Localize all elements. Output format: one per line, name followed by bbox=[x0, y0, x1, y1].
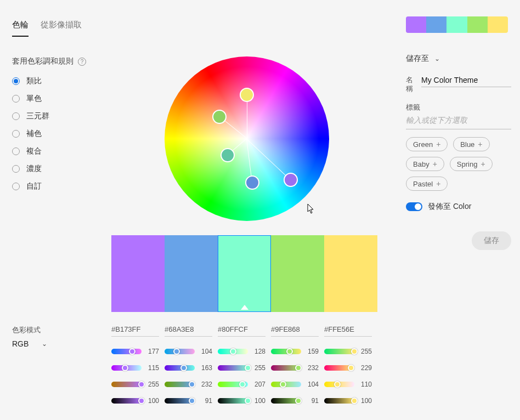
slider-thumb[interactable] bbox=[286, 348, 293, 355]
tag-chip[interactable]: Pastel+ bbox=[406, 177, 448, 191]
wheel-marker[interactable] bbox=[221, 148, 235, 162]
slider[interactable]: 232 bbox=[165, 381, 212, 388]
harmony-rule-option[interactable]: 三元群 bbox=[12, 111, 111, 121]
harmony-rule-option[interactable]: 濃度 bbox=[12, 164, 111, 174]
wheel-marker[interactable] bbox=[284, 173, 298, 187]
slider-value[interactable]: 128 bbox=[252, 348, 265, 355]
slider-thumb[interactable] bbox=[122, 365, 128, 371]
slider-thumb[interactable] bbox=[351, 398, 358, 404]
slider-value[interactable]: 104 bbox=[199, 348, 212, 355]
slider-thumb[interactable] bbox=[189, 381, 195, 388]
harmony-rule-option[interactable]: 自訂 bbox=[12, 181, 111, 191]
slider[interactable]: 100 bbox=[218, 397, 265, 405]
slider-value[interactable]: 110 bbox=[359, 381, 372, 388]
slider[interactable]: 177 bbox=[111, 348, 159, 355]
slider[interactable]: 115 bbox=[111, 364, 159, 372]
slider-value[interactable]: 115 bbox=[146, 364, 159, 372]
slider-thumb[interactable] bbox=[173, 348, 180, 355]
slider-value[interactable]: 255 bbox=[146, 381, 159, 388]
color-wheel[interactable] bbox=[165, 56, 329, 221]
slider-thumb[interactable] bbox=[189, 398, 195, 404]
slider-thumb[interactable] bbox=[230, 348, 236, 355]
slider-value[interactable]: 100 bbox=[146, 397, 159, 405]
wheel-marker[interactable] bbox=[245, 175, 259, 190]
harmony-rule-option[interactable]: 類比 bbox=[12, 76, 111, 86]
slider[interactable]: 128 bbox=[218, 348, 265, 355]
slider-value[interactable]: 91 bbox=[306, 397, 319, 405]
hex-input[interactable]: #68A3E8 bbox=[165, 325, 218, 333]
slider[interactable]: 255 bbox=[218, 364, 265, 372]
slider-thumb[interactable] bbox=[334, 381, 341, 388]
slider[interactable]: 255 bbox=[111, 381, 159, 388]
slider-thumb[interactable] bbox=[239, 381, 246, 388]
slider[interactable]: 232 bbox=[271, 364, 319, 372]
theme-name-input[interactable]: My Color Theme bbox=[421, 76, 511, 87]
hex-input[interactable]: #9FE868 bbox=[271, 325, 324, 333]
tag-chip[interactable]: Baby+ bbox=[406, 157, 444, 171]
slider-value[interactable]: 229 bbox=[359, 364, 372, 372]
hex-input[interactable]: #B173FF bbox=[111, 325, 165, 333]
tag-chip[interactable]: Spring+ bbox=[450, 157, 493, 171]
info-icon[interactable]: ? bbox=[78, 58, 86, 66]
swatch[interactable] bbox=[271, 235, 324, 312]
slider-thumb[interactable] bbox=[129, 348, 135, 355]
tab-color-wheel[interactable]: 色輪 bbox=[12, 20, 29, 37]
slider[interactable]: 91 bbox=[165, 397, 212, 405]
slider-thumb[interactable] bbox=[245, 398, 251, 404]
swatch[interactable] bbox=[218, 235, 271, 312]
slider-thumb[interactable] bbox=[348, 365, 354, 371]
tag-chip[interactable]: Blue+ bbox=[453, 137, 489, 151]
slider[interactable]: 163 bbox=[165, 364, 212, 372]
slider-thumb[interactable] bbox=[280, 381, 286, 388]
slider-thumb[interactable] bbox=[180, 365, 187, 371]
publish-toggle[interactable] bbox=[406, 202, 422, 211]
slider[interactable]: 207 bbox=[218, 381, 265, 388]
radio-icon bbox=[12, 112, 20, 120]
slider-thumb[interactable] bbox=[295, 365, 302, 371]
slider[interactable]: 159 bbox=[271, 348, 319, 355]
harmony-rule-option[interactable]: 補色 bbox=[12, 129, 111, 139]
slider-value[interactable]: 163 bbox=[199, 364, 212, 372]
slider[interactable]: 91 bbox=[271, 397, 319, 405]
slider-value[interactable]: 255 bbox=[359, 348, 372, 355]
harmony-rule-option[interactable]: 複合 bbox=[12, 146, 111, 156]
slider-thumb[interactable] bbox=[295, 398, 302, 404]
slider[interactable]: 110 bbox=[324, 381, 372, 388]
slider[interactable]: 100 bbox=[111, 397, 159, 405]
save-to-dropdown[interactable]: 儲存至 ⌄ bbox=[406, 54, 511, 64]
slider-value[interactable]: 100 bbox=[252, 397, 265, 405]
slider-value[interactable]: 104 bbox=[306, 381, 319, 388]
slider[interactable]: 255 bbox=[324, 348, 372, 355]
tab-extract-from-image[interactable]: 從影像擷取 bbox=[41, 20, 82, 37]
swatch[interactable] bbox=[324, 235, 377, 312]
swatch[interactable] bbox=[111, 235, 165, 312]
wheel-marker[interactable] bbox=[240, 88, 254, 102]
slider-thumb[interactable] bbox=[138, 381, 145, 388]
slider-value[interactable]: 91 bbox=[199, 397, 212, 405]
tag-chip[interactable]: Green+ bbox=[406, 137, 448, 151]
slider-thumb[interactable] bbox=[351, 348, 358, 355]
slider-value[interactable]: 100 bbox=[359, 397, 372, 405]
slider[interactable]: 100 bbox=[324, 397, 372, 405]
slider[interactable]: 104 bbox=[271, 381, 319, 388]
slider-thumb[interactable] bbox=[138, 398, 145, 404]
slider-value[interactable]: 232 bbox=[199, 381, 212, 388]
slider-value[interactable]: 159 bbox=[306, 348, 319, 355]
tags-input[interactable]: 輸入或從下方選取 bbox=[406, 116, 511, 129]
slider-value[interactable]: 207 bbox=[252, 381, 265, 388]
slider-value[interactable]: 232 bbox=[306, 364, 319, 372]
harmony-rule-option[interactable]: 單色 bbox=[12, 94, 111, 104]
wheel-marker[interactable] bbox=[212, 110, 227, 124]
slider[interactable]: 104 bbox=[165, 348, 212, 355]
slider-value[interactable]: 177 bbox=[146, 348, 159, 355]
hex-input[interactable]: #FFE56E bbox=[324, 325, 377, 333]
slider-value[interactable]: 255 bbox=[252, 364, 265, 372]
color-mode-select[interactable]: RGB ⌄ bbox=[12, 339, 111, 348]
slider[interactable]: 229 bbox=[324, 364, 372, 372]
swatch[interactable] bbox=[165, 235, 218, 312]
slider-track bbox=[218, 382, 248, 387]
hex-input[interactable]: #80FFCF bbox=[218, 325, 271, 333]
hex-row: #B173FF#68A3E8#80FFCF#9FE868#FFE56E bbox=[111, 325, 377, 333]
slider-thumb[interactable] bbox=[245, 365, 251, 371]
save-button[interactable]: 儲存 bbox=[472, 231, 511, 250]
